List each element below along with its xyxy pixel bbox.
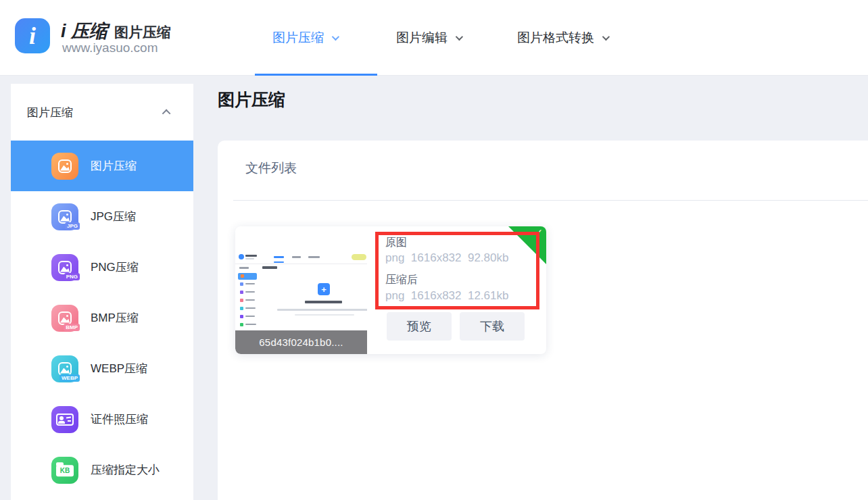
sidebar-item-compress-to-size[interactable]: KB 压缩指定大小 <box>11 445 193 495</box>
checkmark-icon: ✓ <box>535 227 543 238</box>
brand-tagline: 图片压缩 <box>114 24 171 40</box>
topnav-label: 图片编辑 <box>396 29 448 47</box>
file-list-title: 文件列表 <box>245 159 297 177</box>
brand-name: i 压缩 <box>61 21 107 41</box>
topnav-label: 图片压缩 <box>272 29 324 47</box>
image-compress-icon <box>51 153 78 180</box>
sidebar-group-image-compress[interactable]: 图片压缩 <box>11 84 193 141</box>
sidebar-item-webp-compress[interactable]: WEBP WEBP压缩 <box>11 343 193 394</box>
sidebar-item-label: 证件照压缩 <box>91 411 148 427</box>
sidebar-item-label: JPG压缩 <box>91 209 136 224</box>
compressed-info: png 1616x832 12.61kb <box>385 289 508 303</box>
sidebar-item-label: 图片压缩 <box>91 158 137 174</box>
original-info: png 1616x832 92.80kb <box>385 251 508 265</box>
sidebar-item-jpg-compress[interactable]: JPG JPG压缩 <box>11 191 193 242</box>
id-photo-icon <box>51 406 78 433</box>
chevron-up-icon <box>162 109 171 118</box>
webp-compress-icon: WEBP <box>51 355 78 382</box>
preview-button[interactable]: 预览 <box>387 312 452 341</box>
thumb-logo-icon <box>239 254 244 259</box>
panel-divider <box>233 200 868 201</box>
sidebar-item-label: PNG压缩 <box>91 259 139 275</box>
sidebar-item-id-photo-compress[interactable]: 证件照压缩 <box>11 394 193 445</box>
download-button[interactable]: 下载 <box>460 312 525 341</box>
png-compress-icon: PNG <box>51 254 78 281</box>
original-label: 原图 <box>385 236 407 250</box>
thumb-cta-pill <box>352 254 366 260</box>
chevron-down-icon <box>602 32 610 40</box>
topnav-label: 图片格式转换 <box>517 29 594 47</box>
chevron-down-icon <box>456 32 463 40</box>
thumb-upload-plus-icon: + <box>318 283 330 295</box>
brand-url: www.iyasuo.com <box>62 41 158 55</box>
bmp-compress-icon: BMP <box>51 305 78 332</box>
file-thumbnail[interactable]: + 65d43f024b1b0.... <box>235 251 367 354</box>
format-badge: WEBP <box>59 374 80 382</box>
topnav-image-edit[interactable]: 图片编辑 <box>396 0 461 75</box>
app-header: i i 压缩图片压缩 www.iyasuo.com 图片压缩 图片编辑 图片格式… <box>0 0 868 76</box>
file-list-panel: 文件列表 + 65d43f024 <box>218 141 868 500</box>
chevron-down-icon <box>332 32 339 40</box>
brand-title: i 压缩图片压缩 <box>61 19 171 43</box>
format-badge: PNG <box>64 273 80 280</box>
page-title: 图片压缩 <box>218 89 285 111</box>
sidebar: 图片压缩 图片压缩 JPG JPG压缩 PNG PNG压缩 BMP BMP压缩 <box>11 84 193 500</box>
sidebar-item-png-compress[interactable]: PNG PNG压缩 <box>11 242 193 293</box>
topnav-image-compress[interactable]: 图片压缩 <box>272 0 337 75</box>
kb-badge: KB <box>56 465 74 476</box>
file-card: + 65d43f024b1b0.... 原图 png 1616x832 92.8… <box>235 226 546 354</box>
brand-logo-icon[interactable]: i <box>15 18 50 53</box>
sidebar-item-label: BMP压缩 <box>91 310 139 326</box>
sidebar-item-label: WEBP压缩 <box>91 361 147 376</box>
format-badge: BMP <box>64 324 80 331</box>
sidebar-item-label: 压缩指定大小 <box>91 462 160 478</box>
file-name: 65d43f024b1b0.... <box>235 330 367 354</box>
kb-folder-icon: KB <box>51 457 78 484</box>
compressed-label: 压缩后 <box>385 273 418 287</box>
sidebar-group-label: 图片压缩 <box>27 105 73 120</box>
jpg-compress-icon: JPG <box>51 203 78 230</box>
sidebar-item-image-compress[interactable]: 图片压缩 <box>11 141 193 191</box>
sidebar-item-bmp-compress[interactable]: BMP BMP压缩 <box>11 293 193 343</box>
active-tab-underline <box>255 74 377 76</box>
topnav-format-convert[interactable]: 图片格式转换 <box>517 0 608 75</box>
format-badge: JPG <box>65 222 80 230</box>
